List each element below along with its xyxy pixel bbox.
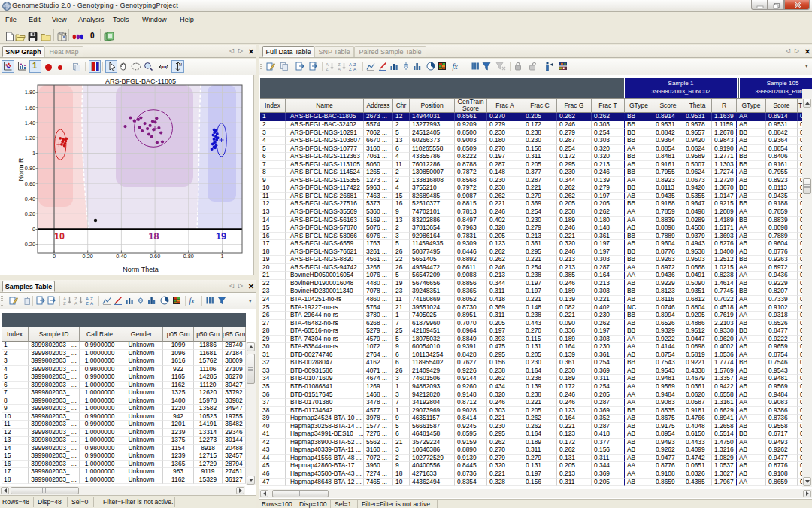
svg-text:0.40: 0.40: [116, 253, 126, 260]
svg-text:0.60: 0.60: [25, 181, 35, 187]
svg-text:Norm R: Norm R: [17, 157, 25, 181]
svg-text:18: 18: [149, 231, 159, 242]
svg-text:1: 1: [32, 150, 35, 157]
svg-text:Z: Z: [349, 67, 352, 71]
svg-text:10: 10: [54, 231, 65, 242]
svg-text:fx: fx: [453, 62, 459, 71]
svg-text:19: 19: [216, 231, 226, 242]
svg-text:A: A: [74, 301, 77, 306]
svg-text:0.20: 0.20: [25, 211, 35, 217]
svg-text:-0.20: -0.20: [23, 241, 35, 248]
svg-text:Z: Z: [63, 301, 66, 306]
svg-text:0.60: 0.60: [150, 253, 160, 260]
svg-text:1.40: 1.40: [25, 120, 35, 126]
svg-text:1: 1: [220, 253, 223, 260]
svg-text:1.20: 1.20: [25, 135, 35, 141]
svg-text:0: 0: [53, 253, 56, 260]
svg-text:1.60: 1.60: [25, 105, 35, 111]
svg-text:Norm Theta: Norm Theta: [123, 266, 158, 273]
svg-text:M: M: [179, 62, 182, 67]
svg-text:Z: Z: [326, 67, 329, 71]
svg-text:0: 0: [32, 226, 35, 233]
svg-text:fx: fx: [189, 297, 195, 305]
svg-text:0.20: 0.20: [83, 253, 93, 260]
svg-text:ARS-BFGL-BAC-11805: ARS-BFGL-BAC-11805: [105, 78, 176, 85]
svg-text:0.80: 0.80: [183, 253, 194, 260]
svg-text:Z: Z: [86, 301, 89, 306]
svg-text:0.40: 0.40: [25, 196, 35, 202]
svg-text:A: A: [353, 67, 356, 71]
svg-text:A: A: [90, 301, 93, 306]
svg-text:1.80: 1.80: [25, 89, 35, 96]
svg-text:0.80: 0.80: [25, 165, 35, 172]
svg-text:A: A: [338, 67, 341, 71]
